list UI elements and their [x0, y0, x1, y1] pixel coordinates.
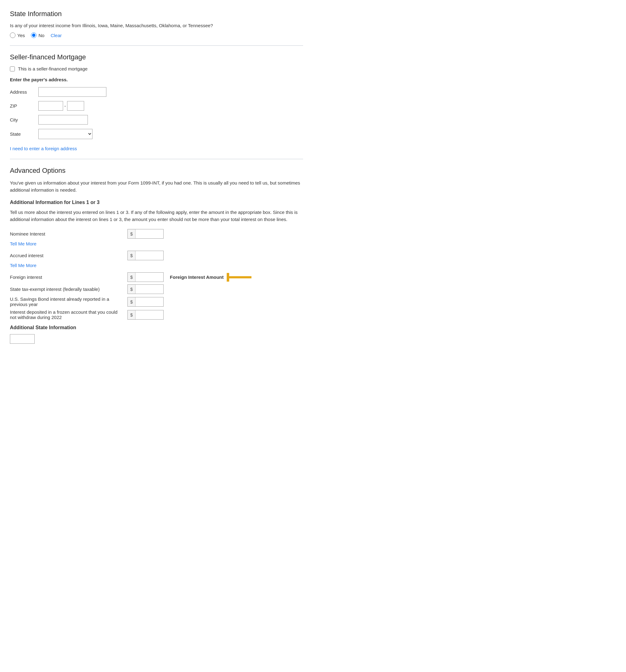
accrued-interest-row: Accrued interest $ — [10, 251, 303, 260]
zip1-input[interactable] — [38, 101, 63, 111]
divider-2 — [10, 159, 303, 159]
savings-bond-label: U.S. Savings Bond interest already repor… — [10, 296, 121, 307]
state-question-text: Is any of your interest income from Illi… — [10, 23, 303, 28]
zip-group: - — [38, 101, 84, 111]
address-row: Address — [10, 87, 303, 97]
state-exempt-row: State tax-exempt interest (federally tax… — [10, 284, 303, 294]
seller-mortgage-checkbox-text: This is a seller-financed mortgage — [18, 66, 88, 71]
clear-link[interactable]: Clear — [51, 33, 62, 38]
payer-address-label: Enter the payer's address. — [10, 77, 303, 82]
yes-radio[interactable] — [10, 32, 16, 38]
additional-info-heading: Additional Information for Lines 1 or 3 — [10, 200, 303, 205]
no-radio-label[interactable]: No — [31, 32, 44, 38]
address-input[interactable] — [38, 87, 107, 97]
foreign-interest-input[interactable] — [136, 273, 163, 282]
additional-state-input[interactable] — [10, 334, 34, 344]
advanced-options-heading: Advanced Options — [10, 167, 303, 175]
yes-no-radio-group: Yes No Clear — [10, 32, 303, 38]
state-information-heading: State Information — [10, 10, 303, 18]
frozen-account-label: Interest deposited in a frozen account t… — [10, 309, 121, 320]
savings-bond-dollar-sign: $ — [128, 297, 136, 306]
address-label: Address — [10, 89, 34, 95]
accrued-interest-label: Accrued interest — [10, 253, 121, 258]
foreign-interest-input-wrap: $ — [127, 272, 164, 282]
state-exempt-dollar-sign: $ — [128, 285, 136, 294]
foreign-interest-annotation: Foreign Interest Amount — [170, 273, 252, 282]
city-label: City — [10, 117, 34, 122]
arrow-left-icon — [227, 273, 252, 282]
accrued-interest-input[interactable] — [136, 251, 163, 260]
seller-mortgage-heading: Seller-financed Mortgage — [10, 53, 303, 61]
accrued-dollar-sign: $ — [128, 251, 136, 260]
state-exempt-input-wrap: $ — [127, 284, 164, 294]
no-label: No — [38, 33, 44, 38]
savings-bond-row: U.S. Savings Bond interest already repor… — [10, 296, 303, 307]
yes-radio-label[interactable]: Yes — [10, 32, 25, 38]
state-exempt-label: State tax-exempt interest (federally tax… — [10, 287, 121, 292]
foreign-address-link[interactable]: I need to enter a foreign address — [10, 146, 77, 151]
city-input[interactable] — [38, 115, 88, 125]
city-row: City — [10, 115, 303, 125]
frozen-account-input-wrap: $ — [127, 310, 164, 320]
zip2-input[interactable] — [67, 101, 84, 111]
seller-mortgage-checkbox-label[interactable]: This is a seller-financed mortgage — [10, 66, 303, 71]
state-exempt-input[interactable] — [136, 285, 163, 294]
foreign-interest-label: Foreign interest — [10, 274, 121, 280]
nominee-interest-input-wrap: $ — [127, 229, 164, 239]
tell-me-more-accrued[interactable]: Tell Me More — [10, 263, 37, 268]
zip-label: ZIP — [10, 103, 34, 109]
accrued-interest-input-wrap: $ — [127, 251, 164, 260]
nominee-interest-label: Nominee Interest — [10, 231, 121, 237]
frozen-account-input[interactable] — [136, 310, 163, 319]
state-row: State — [10, 129, 303, 139]
foreign-interest-annotation-text: Foreign Interest Amount — [170, 274, 224, 280]
foreign-interest-row: Foreign interest $ Foreign Interest Amou… — [10, 272, 303, 282]
yes-label: Yes — [17, 33, 25, 38]
state-label: State — [10, 131, 34, 137]
nominee-interest-row: Nominee Interest $ — [10, 229, 303, 239]
foreign-dollar-sign: $ — [128, 273, 136, 282]
no-radio[interactable] — [31, 32, 37, 38]
zip-dash: - — [64, 103, 66, 109]
zip-row: ZIP - — [10, 101, 303, 111]
advanced-options-section: Advanced Options You've given us informa… — [10, 167, 303, 344]
savings-bond-input[interactable] — [136, 297, 163, 306]
frozen-dollar-sign: $ — [128, 310, 136, 319]
additional-info-desc: Tell us more about the interest you ente… — [10, 209, 303, 223]
divider-1 — [10, 45, 303, 46]
nominee-dollar-sign: $ — [128, 230, 136, 238]
arrow-svg — [227, 273, 252, 282]
advanced-options-desc: You've given us information about your i… — [10, 179, 303, 193]
state-information-section: State Information Is any of your interes… — [10, 10, 303, 38]
nominee-interest-input[interactable] — [136, 230, 163, 238]
savings-bond-input-wrap: $ — [127, 297, 164, 307]
seller-financed-mortgage-section: Seller-financed Mortgage This is a selle… — [10, 53, 303, 151]
additional-state-input-row — [10, 334, 303, 344]
seller-mortgage-checkbox[interactable] — [10, 67, 15, 71]
tell-me-more-nominee[interactable]: Tell Me More — [10, 241, 37, 246]
frozen-account-row: Interest deposited in a frozen account t… — [10, 309, 303, 320]
state-select[interactable] — [38, 129, 92, 139]
additional-state-heading: Additional State Information — [10, 325, 303, 331]
